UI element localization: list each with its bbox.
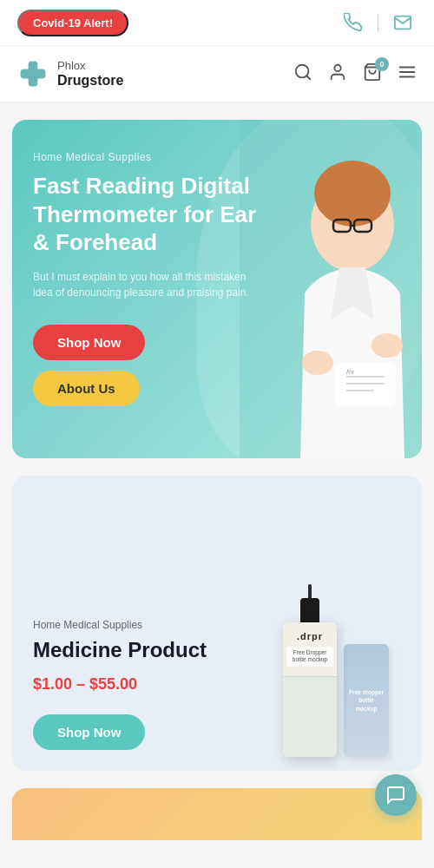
- bottom-teaser: [12, 788, 422, 840]
- svg-rect-1: [21, 69, 46, 79]
- svg-point-15: [302, 351, 333, 375]
- menu-icon[interactable]: [398, 62, 417, 86]
- chat-button[interactable]: [375, 774, 417, 816]
- logo-cross-icon: [17, 58, 49, 89]
- bottle-liquid: [283, 676, 337, 757]
- svg-point-16: [372, 333, 403, 358]
- hero-title: Fast Reading Digital Thermometer for Ear…: [33, 172, 258, 257]
- bottle-wrapper: .drpr Free Dropper bottle mockup Free dr…: [283, 584, 389, 757]
- secondary-bottle: Free dropper bottle mockup: [344, 644, 389, 757]
- product-card: Home Medical Supplies Medicine Product $…: [12, 476, 422, 771]
- nav-icons: 0: [293, 62, 417, 86]
- svg-text:Rx: Rx: [346, 369, 354, 375]
- bottle-brand-text: .drpr: [297, 631, 323, 641]
- hero-banner: Home Medical Supplies Fast Reading Digit…: [12, 120, 422, 458]
- mail-icon[interactable]: [389, 9, 417, 36]
- hero-content: Home Medical Supplies Fast Reading Digit…: [12, 120, 279, 432]
- hero-about-us-button[interactable]: About Us: [33, 371, 140, 406]
- rx-note-decoration: Rx: [335, 363, 396, 406]
- search-icon[interactable]: [293, 62, 312, 86]
- product-image-container: .drpr Free Dropper bottle mockup Free dr…: [262, 549, 410, 757]
- svg-line-3: [306, 76, 310, 79]
- divider: [378, 14, 378, 31]
- svg-point-11: [314, 161, 391, 227]
- logo-text: Phlox Drugstore: [57, 59, 123, 89]
- alert-contact-icons: [339, 9, 417, 36]
- cart-badge: 0: [375, 57, 389, 71]
- dropper-tip: [308, 584, 312, 598]
- hero-buttons: Shop Now About Us: [33, 325, 258, 406]
- bottle-label-text: Free Dropper bottle mockup: [286, 647, 333, 667]
- hero-shop-now-button[interactable]: Shop Now: [33, 325, 145, 360]
- phone-icon[interactable]: [339, 9, 367, 36]
- alert-bar: Covid-19 Alert!: [0, 0, 434, 46]
- covid-alert-button[interactable]: Covid-19 Alert!: [17, 10, 128, 36]
- cart-icon[interactable]: 0: [363, 62, 382, 86]
- product-shop-now-button[interactable]: Shop Now: [33, 714, 145, 750]
- main-bottle: .drpr Free Dropper bottle mockup: [283, 584, 337, 757]
- secondary-bottle-label: Free dropper bottle mockup: [344, 685, 389, 715]
- header: Phlox Drugstore 0: [0, 46, 434, 102]
- hero-description: But I must explain to you how all this m…: [33, 269, 258, 300]
- bottle-cap: [300, 598, 319, 622]
- user-icon[interactable]: [328, 62, 347, 86]
- logo[interactable]: Phlox Drugstore: [17, 58, 123, 89]
- logo-name-bottom: Drugstore: [57, 72, 123, 89]
- bottle-body: .drpr Free Dropper bottle mockup: [283, 622, 337, 757]
- svg-point-4: [334, 64, 340, 70]
- hero-category: Home Medical Supplies: [33, 151, 258, 163]
- logo-name-top: Phlox: [57, 59, 123, 73]
